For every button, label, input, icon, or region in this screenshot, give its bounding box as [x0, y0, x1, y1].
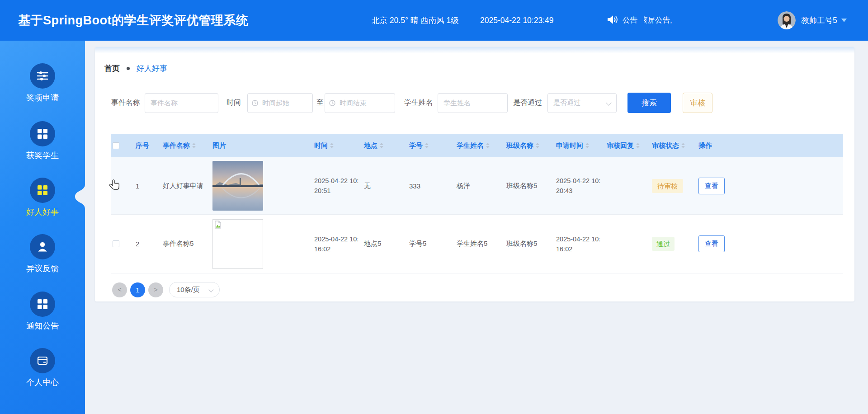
cell-student-name: 杨洋 [452, 157, 502, 214]
sort-icon [330, 143, 334, 148]
header-cell-review-reply[interactable]: 审核回复 [602, 134, 647, 157]
event-name-label: 事件名称 [111, 98, 140, 108]
cell-apply-time: 2025-04-22 10:20:43 [556, 176, 601, 196]
header-cell-student-name[interactable]: 学生姓名 [452, 134, 502, 157]
chevron-down-icon [841, 19, 847, 22]
header-cell-index: 序号 [131, 134, 158, 157]
chevron-down-icon [606, 100, 612, 106]
sort-icon [486, 143, 490, 148]
cell-index: 2 [131, 215, 158, 273]
announcement-bar: 公告 滚屏公告, [607, 0, 684, 41]
cell-review-reply [602, 157, 647, 214]
review-button[interactable]: 审核 [683, 93, 712, 113]
header-cell-select [111, 134, 131, 157]
sort-icon [425, 143, 429, 148]
header-cell-time[interactable]: 时间 [310, 134, 359, 157]
sidebar-item-label: 好人好事 [26, 207, 59, 217]
content-card: 首页 好人好事 事件名称 时间 至 [95, 47, 854, 301]
cell-event-name: 好人好事申请 [158, 157, 208, 214]
sort-icon [681, 143, 685, 148]
student-name-input[interactable] [438, 93, 508, 113]
header-cell-image: 图片 [208, 134, 310, 157]
active-item-notch [74, 184, 85, 211]
view-button[interactable]: 查看 [698, 235, 725, 252]
pass-filter-placeholder: 是否通过 [553, 99, 580, 107]
cell-student-id: 学号5 [405, 215, 452, 273]
cell-class-name: 班级名称5 [502, 215, 552, 273]
view-button[interactable]: 查看 [698, 178, 725, 194]
pass-filter-select[interactable]: 是否通过 [547, 93, 617, 113]
pass-filter-label: 是否通过 [513, 98, 542, 108]
app-header: 基于SpringBoot的学生评奖评优管理系统 北京 20.5° 晴 西南风 1… [0, 0, 868, 41]
header-cell-class-name[interactable]: 班级名称 [502, 134, 552, 157]
cell-event-name: 事件名称5 [158, 215, 208, 273]
app-window: 基于SpringBoot的学生评奖评优管理系统 北京 20.5° 晴 西南风 1… [0, 0, 868, 414]
header-cell-student-id[interactable]: 学号 [405, 134, 452, 157]
sidebar-item-feedback[interactable]: 异议反馈 [0, 234, 85, 274]
sidebar-item-good-deeds[interactable]: 好人好事 [0, 178, 85, 217]
cell-student-name: 学生姓名5 [452, 215, 502, 273]
cell-index: 1 [131, 157, 158, 214]
time-label: 时间 [226, 98, 241, 108]
clock-icon [252, 100, 258, 108]
datetime-display: 2025-04-22 10:23:49 [480, 0, 554, 41]
sidebar-item-awarded-students[interactable]: 获奖学生 [0, 121, 85, 161]
announcement-marquee: 滚屏公告, [644, 15, 684, 25]
sidebar-item-award-apply[interactable]: 奖项申请 [0, 63, 85, 103]
search-button[interactable]: 搜索 [627, 93, 671, 113]
cell-location: 地点5 [359, 215, 405, 273]
sort-icon [636, 143, 640, 148]
header-cell-actions: 操作 [694, 134, 843, 157]
event-name-input[interactable] [145, 93, 218, 113]
header-cell-location[interactable]: 地点 [359, 134, 405, 157]
sidebar-item-label: 通知公告 [26, 320, 59, 331]
status-badge: 待审核 [652, 179, 683, 193]
sort-icon [585, 143, 589, 148]
cell-time: 2025-04-22 10:20:51 [314, 176, 359, 196]
cell-student-id: 333 [405, 157, 452, 214]
row-checkbox[interactable] [113, 183, 119, 189]
user-icon [30, 234, 55, 259]
cell-image [208, 157, 310, 214]
grid-icon [30, 292, 55, 317]
announcement-text: 滚屏公告, [644, 15, 672, 25]
row-checkbox[interactable] [113, 240, 119, 247]
breadcrumb-home[interactable]: 首页 [104, 63, 120, 74]
broken-image-placeholder [212, 219, 263, 269]
select-all-checkbox[interactable] [113, 142, 119, 149]
current-page-button[interactable]: 1 [130, 282, 145, 297]
sliders-icon [30, 63, 55, 89]
breadcrumb: 首页 好人好事 [104, 63, 167, 74]
table-row: 2 事件名称5 2025-04-22 10:16:02 地点5 学号5 学生姓名… [111, 215, 843, 273]
prev-page-button[interactable]: < [112, 282, 127, 297]
page-size-select[interactable]: 10条/页 [169, 282, 220, 297]
breadcrumb-separator-dot [127, 67, 130, 70]
grid-icon [30, 178, 55, 203]
sidebar: 奖项申请 获奖学生 好人好事 [0, 41, 85, 414]
bridge-photo [212, 161, 263, 211]
sort-icon [380, 143, 383, 148]
student-name-label: 学生姓名 [404, 98, 433, 108]
next-page-button[interactable]: > [148, 282, 163, 297]
user-menu[interactable]: 教师工号5 [778, 0, 847, 41]
announcement-label: 公告 [623, 15, 637, 25]
cell-apply-time: 2025-04-22 10:16:02 [556, 234, 601, 254]
sort-icon [192, 143, 196, 148]
weather-info: 北京 20.5° 晴 西南风 1级 [372, 0, 459, 41]
cell-class-name: 班级名称5 [502, 157, 552, 214]
sidebar-item-label: 异议反馈 [26, 263, 59, 274]
header-cell-apply-time[interactable]: 申请时间 [552, 134, 602, 157]
header-cell-event-name[interactable]: 事件名称 [158, 134, 208, 157]
speaker-icon [607, 15, 618, 26]
cell-review-reply [602, 215, 647, 273]
header-cell-review-status[interactable]: 审核状态 [647, 134, 694, 157]
time-end-field [325, 93, 395, 113]
breadcrumb-current[interactable]: 好人好事 [137, 63, 167, 74]
clock-icon [329, 100, 335, 108]
sidebar-item-notices[interactable]: 通知公告 [0, 292, 85, 331]
grid-icon [30, 121, 55, 146]
to-label: 至 [316, 98, 324, 108]
sidebar-item-profile[interactable]: 个人中心 [0, 348, 85, 388]
sidebar-item-label: 获奖学生 [26, 150, 59, 161]
cell-location: 无 [359, 157, 405, 214]
